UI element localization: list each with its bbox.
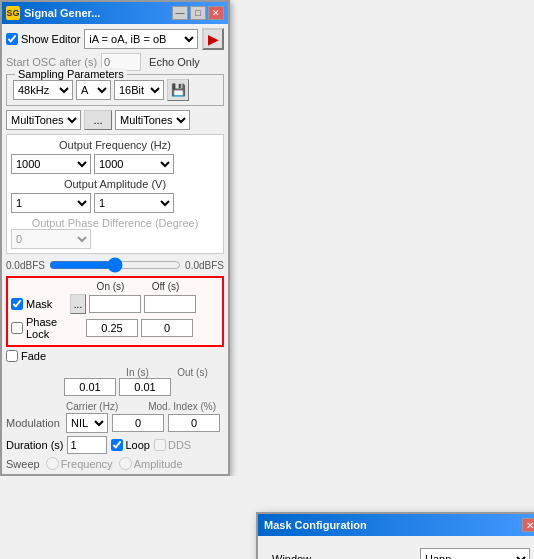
freq-row: 1000 1000 <box>11 154 219 174</box>
fade-checkbox[interactable] <box>6 350 18 362</box>
close-button[interactable]: ✕ <box>208 6 224 20</box>
tone-type-left-select[interactable]: MultiTones <box>6 110 81 130</box>
bit-depth-select[interactable]: 16Bit <box>114 80 164 100</box>
in-out-row: 0.01 0.01 <box>6 378 224 396</box>
level-slider[interactable] <box>49 258 181 272</box>
sweep-label: Sweep <box>6 458 40 470</box>
mask-on-input[interactable] <box>89 295 141 313</box>
title-bar: SG Signal Gener... — □ ✕ <box>2 2 228 24</box>
out-label: Out (s) <box>165 367 220 378</box>
start-osc-label: Start OSC after (s) <box>6 56 97 68</box>
sample-rate-select[interactable]: 48kHz <box>13 80 73 100</box>
mask-off-input[interactable] <box>144 295 196 313</box>
in-out-labels: In (s) Out (s) <box>6 367 220 378</box>
mask-row: Mask ... <box>11 294 219 314</box>
channel-select[interactable]: A <box>76 80 111 100</box>
freq-right-select[interactable]: 1000 <box>94 154 174 174</box>
sweep-freq-radio-label[interactable]: Frequency <box>46 457 113 470</box>
mod-index-input[interactable]: 0 <box>168 414 220 432</box>
mask-checkbox[interactable] <box>11 298 23 310</box>
phase-row: 0 <box>11 229 219 249</box>
save-button[interactable]: 💾 <box>167 79 189 101</box>
slider-left-label: 0.0dBFS <box>6 260 45 271</box>
sweep-row: Sweep Frequency Amplitude <box>6 457 224 470</box>
show-editor-row: Show Editor iA = oA, iB = oB ▶ <box>6 28 224 50</box>
output-freq-label: Output Frequency (Hz) <box>11 139 219 151</box>
fade-out-input[interactable]: 0.01 <box>119 378 171 396</box>
fade-in-input[interactable]: 0.01 <box>64 378 116 396</box>
phase-select[interactable]: 0 <box>11 229 91 249</box>
sampling-row: 48kHz A 16Bit 💾 <box>13 79 217 101</box>
dds-checkbox-label[interactable]: DDS <box>154 439 191 451</box>
show-editor-checkbox-label[interactable]: Show Editor <box>6 33 80 45</box>
carrier-hz-label: Carrier (Hz) <box>66 401 118 412</box>
sampling-params-title: Sampling Parameters <box>15 68 127 80</box>
modulation-section: Carrier (Hz) Mod. Index (%) Modulation N… <box>6 401 224 433</box>
sweep-amp-radio-label[interactable]: Amplitude <box>119 457 183 470</box>
fade-checkbox-label[interactable]: Fade <box>6 350 46 362</box>
app-icon: SG <box>6 6 20 20</box>
tones-row: MultiTones ... MultiTones <box>6 110 224 130</box>
fade-row: Fade <box>6 350 224 362</box>
maximize-button[interactable]: □ <box>190 6 206 20</box>
window-body: Show Editor iA = oA, iB = oB ▶ Start OSC… <box>2 24 228 474</box>
show-editor-checkbox[interactable] <box>6 33 18 45</box>
mask-dots-button[interactable]: ... <box>70 294 86 314</box>
duration-input[interactable]: 1 <box>67 436 107 454</box>
slider-right-label: 0.0dBFS <box>185 260 224 271</box>
amp-row: 1 1 <box>11 193 219 213</box>
freq-amp-section: Output Frequency (Hz) 1000 1000 Output A… <box>6 134 224 254</box>
amp-right-select[interactable]: 1 <box>94 193 174 213</box>
tones-dots-button[interactable]: ... <box>84 110 112 130</box>
duration-row: Duration (s) 1 Loop DDS <box>6 436 224 454</box>
slider-row: 0.0dBFS 0.0dBFS <box>6 258 224 272</box>
mod-index-label: Mod. Index (%) <box>148 401 216 412</box>
mask-section: On (s) Off (s) Mask ... Phase Lock 0.2 <box>6 276 224 347</box>
window-title: Signal Gener... <box>24 7 100 19</box>
main-window: SG Signal Gener... — □ ✕ Show Editor iA … <box>0 0 230 476</box>
mod-row: Modulation NIL 0 0 <box>6 413 224 433</box>
in-out-section: In (s) Out (s) 0.01 0.01 <box>6 365 224 398</box>
mod-label: Modulation <box>6 417 62 429</box>
dds-checkbox[interactable] <box>154 439 166 451</box>
phase-lock-off-input[interactable]: 0 <box>141 319 193 337</box>
phase-lock-row: Phase Lock 0.25 0 <box>11 316 219 340</box>
phase-diff-label: Output Phase Difference (Degree) <box>11 217 219 229</box>
tone-type-right-select[interactable]: MultiTones <box>115 110 190 130</box>
phase-lock-on-input[interactable]: 0.25 <box>86 319 138 337</box>
editor-mode-select[interactable]: iA = oA, iB = oB <box>84 29 198 49</box>
freq-left-select[interactable]: 1000 <box>11 154 91 174</box>
mod-type-select[interactable]: NIL <box>66 413 108 433</box>
phase-lock-checkbox[interactable] <box>11 322 23 334</box>
in-label: In (s) <box>110 367 165 378</box>
sweep-amp-radio[interactable] <box>119 457 132 470</box>
sweep-freq-radio[interactable] <box>46 457 59 470</box>
amp-left-select[interactable]: 1 <box>11 193 91 213</box>
output-amp-label: Output Amplitude (V) <box>11 178 219 190</box>
play-button[interactable]: ▶ <box>202 28 224 50</box>
loop-checkbox[interactable] <box>111 439 123 451</box>
loop-checkbox-label[interactable]: Loop <box>111 439 149 451</box>
duration-label: Duration (s) <box>6 439 63 451</box>
minimize-button[interactable]: — <box>172 6 188 20</box>
title-bar-left: SG Signal Gener... <box>6 6 100 20</box>
mask-checkbox-label[interactable]: Mask <box>11 298 67 310</box>
phase-lock-checkbox-label[interactable]: Phase Lock <box>11 316 83 340</box>
echo-only-label: Echo Only <box>149 56 200 68</box>
mask-on-col-label: On (s) <box>83 281 138 292</box>
mask-off-col-label: Off (s) <box>138 281 193 292</box>
carrier-input[interactable]: 0 <box>112 414 164 432</box>
title-controls: — □ ✕ <box>172 6 224 20</box>
sampling-params-group: Sampling Parameters 48kHz A 16Bit 💾 <box>6 74 224 106</box>
